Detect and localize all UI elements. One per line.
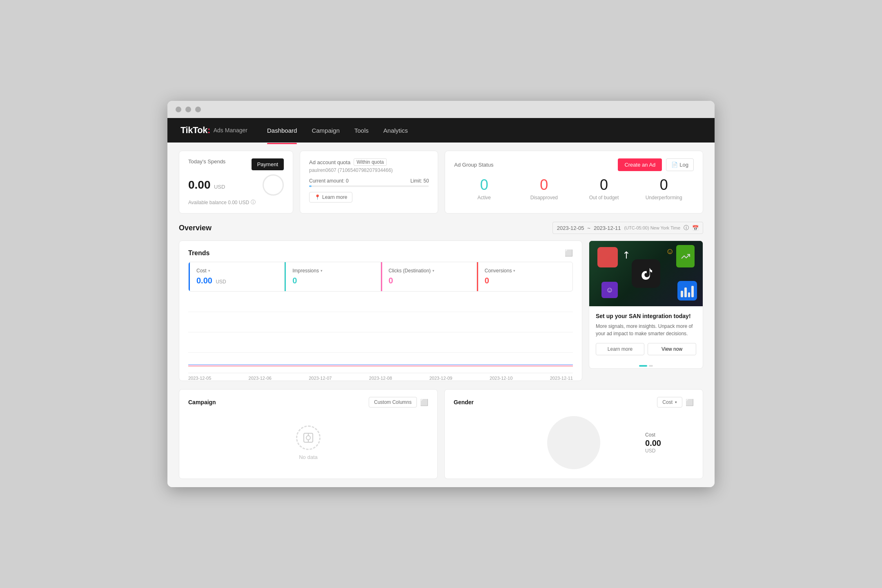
date-range-picker[interactable]: 2023-12-05 ~ 2023-12-11 (UTC-05:00) New … — [552, 222, 703, 234]
promo-learn-more-button[interactable]: Learn more — [596, 343, 644, 355]
log-button[interactable]: 📄 Log — [666, 158, 694, 171]
balance-info-icon: ⓘ — [251, 199, 256, 206]
trends-section: Trends ⬜ Cost ▾ 0.00 — [179, 241, 703, 389]
promo-buttons: Learn more View now — [596, 343, 696, 355]
gender-section: Gender Cost ▾ ⬜ — [444, 389, 703, 479]
promo-dot-2[interactable] — [649, 365, 653, 367]
logo-dot: : — [207, 125, 210, 135]
metric-clicks-label: Clicks (Destination) ▾ — [389, 268, 470, 274]
campaign-section: Campaign Custom Columns ⬜ — [179, 389, 438, 479]
metric-clicks-chevron: ▾ — [432, 269, 434, 273]
status-active-number: 0 — [454, 178, 514, 192]
nav-item-tools[interactable]: Tools — [354, 125, 369, 136]
spends-title: Today's Spends — [188, 158, 225, 165]
nav-item-dashboard[interactable]: Dashboard — [267, 125, 297, 136]
status-budget-number: 0 — [574, 178, 634, 192]
payment-button[interactable]: Payment — [252, 158, 284, 170]
gender-cost-sub: USD — [645, 448, 661, 454]
metric-conversions-chevron: ▾ — [513, 269, 515, 273]
trends-title: Trends — [188, 249, 209, 257]
quota-account: paulren0607 (710654079820793446​6) — [309, 167, 429, 173]
quota-bar — [309, 185, 429, 187]
status-out-of-budget: 0 Out of budget — [574, 178, 634, 200]
main-content: Today's Spends Payment 0.00 USD Availabl… — [167, 143, 715, 487]
gender-pie-chart — [547, 416, 600, 469]
metric-impressions-chevron: ▾ — [321, 269, 323, 273]
gender-cost-value: 0.00 — [645, 439, 661, 448]
traffic-light-red — [176, 107, 181, 112]
stats-row: Today's Spends Payment 0.00 USD Availabl… — [179, 151, 703, 214]
quota-title: Ad account quota — [309, 159, 350, 165]
gender-section-title: Gender — [454, 399, 474, 405]
app-container: TikTok: Ads Manager Dashboard Campaign T… — [167, 118, 715, 487]
quota-status: Within quota — [354, 158, 387, 166]
calendar-icon: 📅 — [692, 225, 699, 231]
gender-cost-dropdown[interactable]: Cost ▾ — [657, 397, 682, 408]
logo: TikTok: Ads Manager — [180, 125, 247, 136]
quota-header: Ad account quota Within quota — [309, 158, 429, 166]
nav-item-campaign[interactable]: Campaign — [312, 125, 339, 136]
quota-learn-more-button[interactable]: 📍 Learn more — [309, 192, 352, 203]
promo-view-now-button[interactable]: View now — [648, 343, 696, 355]
gender-export-icon[interactable]: ⬜ — [686, 399, 694, 406]
campaign-section-header: Campaign Custom Columns ⬜ — [188, 397, 428, 408]
metric-cost-unit: USD — [216, 279, 226, 285]
status-budget-label: Out of budget — [574, 195, 634, 200]
metric-cost[interactable]: Cost ▾ 0.00 USD — [189, 262, 285, 291]
metric-impressions[interactable]: Impressions ▾ 0 — [285, 262, 381, 291]
ad-group-title: Ad Group Status — [454, 162, 493, 168]
custom-columns-button[interactable]: Custom Columns — [369, 397, 417, 408]
status-disapproved: 0 Disapproved — [514, 178, 574, 200]
nav-item-analytics[interactable]: Analytics — [383, 125, 408, 136]
campaign-section-title: Campaign — [188, 399, 216, 405]
date-end: 2023-12-11 — [594, 225, 621, 231]
quota-bar-row: Current amount: 0 Limit: 50 — [309, 178, 429, 184]
quota-learn-more-icon: 📍 — [314, 194, 321, 200]
gender-cost-label: Cost — [645, 432, 661, 438]
gender-legend: Cost 0.00 USD — [645, 432, 661, 454]
status-disapproved-number: 0 — [514, 178, 574, 192]
status-under-label: Underperforming — [634, 195, 694, 200]
metric-conversions[interactable]: Conversions ▾ 0 — [477, 262, 572, 291]
status-underperforming: 0 Underperforming — [634, 178, 694, 200]
spends-header: Today's Spends Payment — [188, 158, 284, 170]
promo-desc: More signals, more insights. Unpack more… — [596, 323, 696, 337]
campaign-export-icon[interactable]: ⬜ — [420, 399, 428, 406]
promo-banner: ☺ — [589, 241, 703, 306]
timezone-label: (UTC-05:00) New York Time — [624, 225, 680, 230]
gender-chart: Cost 0.00 USD — [454, 414, 694, 471]
date-separator: ~ — [587, 225, 590, 231]
metric-cost-label: Cost ▾ — [196, 268, 278, 274]
create-ad-button[interactable]: Create an Ad — [618, 158, 662, 171]
promo-tiktok-logo — [632, 259, 660, 288]
no-data-icon — [296, 425, 321, 450]
metric-conversions-label: Conversions ▾ — [485, 268, 566, 274]
logo-name: TikTok — [180, 125, 207, 135]
ad-group-header: Ad Group Status Create an Ad 📄 Log — [454, 158, 694, 171]
date-start: 2023-12-05 — [557, 225, 584, 231]
status-active: 0 Active — [454, 178, 514, 200]
logo-tiktok-text: TikTok: — [180, 125, 210, 136]
status-under-number: 0 — [634, 178, 694, 192]
chart-dates: 2023-12-05 2023-12-06 2023-12-07 2023-12… — [188, 373, 573, 381]
promo-dot-1[interactable] — [639, 365, 647, 367]
logo-ads-text: Ads Manager — [214, 127, 247, 134]
top-nav: TikTok: Ads Manager Dashboard Campaign T… — [167, 118, 715, 143]
promo-content: Set up your SAN integration today! More … — [589, 306, 703, 362]
status-numbers: 0 Active 0 Disapproved 0 Out of budget — [454, 178, 694, 200]
metric-conversions-value: 0 — [485, 276, 489, 285]
available-balance: Available balance 0.00 USD ⓘ — [188, 199, 284, 206]
browser-window: TikTok: Ads Manager Dashboard Campaign T… — [167, 101, 715, 487]
overview-header-row: Overview 2023-12-05 ~ 2023-12-11 (UTC-05… — [179, 222, 703, 234]
trends-export-icon[interactable]: ⬜ — [565, 249, 573, 257]
spends-currency: USD — [214, 184, 225, 190]
promo-card: ☺ — [589, 241, 703, 369]
browser-chrome — [167, 101, 715, 118]
traffic-light-green — [195, 107, 201, 112]
quota-bar-fill — [309, 185, 312, 187]
metric-clicks[interactable]: Clicks (Destination) ▾ 0 — [381, 262, 477, 291]
spends-chart-circle — [263, 174, 284, 196]
spends-amount: 0.00 — [188, 178, 211, 191]
timezone-info-icon: ⓘ — [684, 224, 689, 232]
metric-cost-chevron: ▾ — [208, 269, 210, 273]
